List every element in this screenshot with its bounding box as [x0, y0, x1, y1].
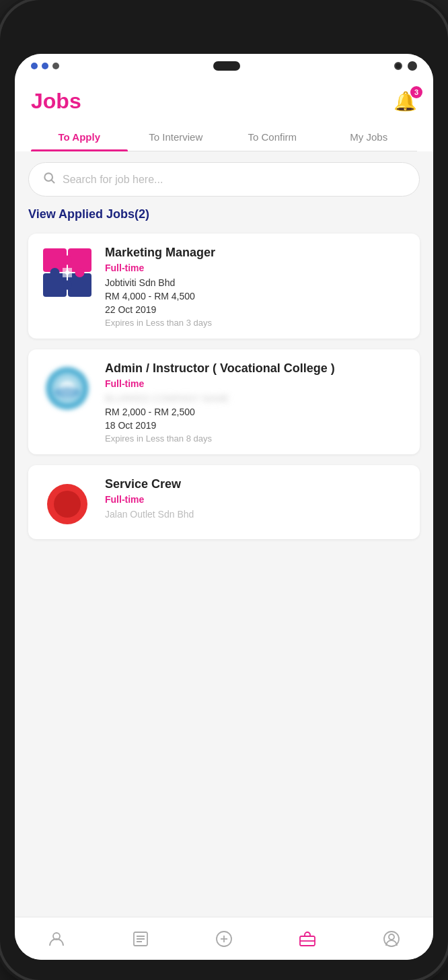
- list-icon: [131, 930, 150, 948]
- job-title-2: Admin / Instructor ( Vocational College …: [105, 361, 408, 376]
- red-logo-icon: [43, 480, 91, 528]
- svg-point-28: [389, 934, 394, 940]
- job-card-1[interactable]: Marketing Manager Full-time Jobtiviti Sd…: [28, 234, 420, 339]
- tabs-container: To Apply To Interview To Confirm My Jobs: [31, 123, 417, 151]
- notification-badge: 3: [410, 86, 422, 98]
- job-logo-1: [40, 246, 94, 300]
- phone-screen: Jobs 🔔 3 To Apply To Interview To Confir…: [15, 54, 433, 960]
- status-cam-2: [408, 61, 417, 71]
- tab-to-confirm[interactable]: To Confirm: [224, 123, 321, 151]
- header-row: Jobs 🔔 3: [31, 89, 417, 114]
- search-placeholder: Search for job here...: [63, 174, 163, 186]
- status-dot-3: [52, 63, 59, 69]
- app-header: Jobs 🔔 3 To Apply To Interview To Confir…: [15, 78, 433, 151]
- nav-briefcase[interactable]: [266, 917, 349, 960]
- status-bar: [15, 54, 433, 78]
- camera-notch: [213, 61, 240, 71]
- nav-profile[interactable]: [15, 917, 98, 960]
- search-icon: [42, 171, 56, 188]
- status-camera: [394, 61, 417, 71]
- job-company-1: Jobtiviti Sdn Bhd: [105, 277, 408, 288]
- status-indicators: [31, 63, 59, 69]
- job-date-1: 22 Oct 2019: [105, 304, 408, 315]
- tab-to-interview[interactable]: To Interview: [128, 123, 225, 151]
- tab-to-apply[interactable]: To Apply: [31, 123, 128, 151]
- job-card-2[interactable]: Admin / Instructor ( Vocational College …: [28, 349, 420, 454]
- svg-point-6: [63, 256, 72, 265]
- view-applied-button[interactable]: View Applied Jobs(2): [28, 207, 420, 221]
- content-area: Search for job here... View Applied Jobs…: [15, 151, 433, 917]
- nav-account[interactable]: [350, 917, 433, 960]
- user-circle-icon: [382, 930, 401, 948]
- nav-jobs-list[interactable]: [98, 917, 182, 960]
- status-dot-2: [42, 63, 48, 69]
- svg-line-1: [52, 180, 54, 183]
- job-company-3: Jalan Outlet Sdn Bhd: [105, 509, 408, 520]
- job-title-3: Service Crew: [105, 477, 408, 491]
- job-expires-1: Expires in Less than 3 days: [105, 318, 408, 328]
- tab-my-jobs[interactable]: My Jobs: [321, 123, 418, 151]
- status-dot-1: [31, 63, 38, 69]
- svg-point-8: [75, 268, 85, 277]
- job-type-1: Full-time: [105, 262, 408, 273]
- briefcase-icon: [298, 930, 317, 948]
- job-type-2: Full-time: [105, 378, 408, 389]
- bottom-nav: [15, 917, 433, 960]
- job-logo-2: [40, 361, 94, 415]
- puzzle-icon: [40, 246, 94, 300]
- job-info-2: Admin / Instructor ( Vocational College …: [105, 361, 408, 444]
- plus-icon: [215, 930, 233, 948]
- front-camera: [394, 62, 402, 70]
- job-card-3[interactable]: Service Crew Full-time Jalan Outlet Sdn …: [28, 465, 420, 539]
- search-bar[interactable]: Search for job here...: [28, 162, 420, 197]
- person-icon: [47, 930, 66, 948]
- job-info-1: Marketing Manager Full-time Jobtiviti Sd…: [105, 246, 408, 328]
- svg-point-16: [54, 491, 81, 518]
- svg-point-7: [50, 268, 60, 277]
- app-title: Jobs: [31, 89, 81, 114]
- notification-bell[interactable]: 🔔 3: [394, 90, 417, 112]
- nav-add[interactable]: [182, 917, 266, 960]
- job-logo-3: [40, 477, 94, 531]
- job-date-2: 18 Oct 2019: [105, 420, 408, 431]
- svg-rect-10: [63, 268, 72, 277]
- circle-logo-icon: [40, 361, 94, 415]
- job-company-blurred: BLURRED COMPANY NAME: [105, 393, 408, 404]
- phone-frame: Jobs 🔔 3 To Apply To Interview To Confir…: [0, 0, 448, 980]
- job-expires-2: Expires in Less than 8 days: [105, 433, 408, 444]
- svg-point-9: [63, 281, 72, 290]
- job-type-3: Full-time: [105, 494, 408, 505]
- job-salary-1: RM 4,000 - RM 4,500: [105, 291, 408, 302]
- job-title-1: Marketing Manager: [105, 246, 408, 260]
- job-salary-2: RM 2,000 - RM 2,500: [105, 407, 408, 417]
- job-info-3: Service Crew Full-time Jalan Outlet Sdn …: [105, 477, 408, 531]
- svg-point-14: [54, 387, 81, 398]
